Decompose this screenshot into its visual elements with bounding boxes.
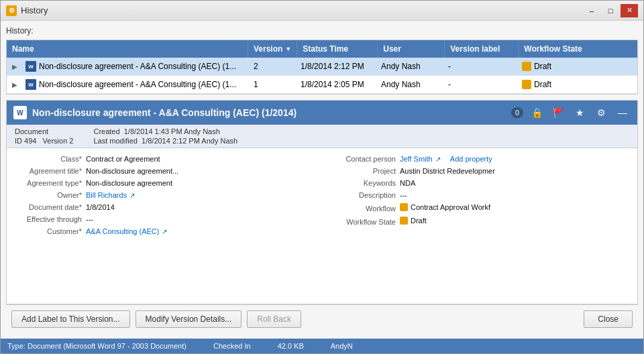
row1-user: Andy Nash (381, 62, 421, 71)
status-user: AndyN (331, 342, 353, 350)
owner-external-icon: ↗ (129, 192, 135, 199)
row1-name: Non-disclosure agreement - A&A Consultin… (39, 62, 236, 71)
field-agreement-type-value: Non-disclosure agreement (86, 179, 172, 187)
detail-title: Non-disclosure agreement - A&A Consultin… (32, 107, 506, 118)
field-keywords-value: NDA (400, 179, 415, 187)
col-header-name: Name (7, 40, 248, 58)
settings-icon[interactable]: ⚙ (593, 105, 609, 121)
row2-status-cell: 1/8/2014 2:05 PM (295, 76, 376, 93)
table-row[interactable]: ▶ W Non-disclosure agreement - A&A Consu… (7, 76, 637, 94)
collapse-icon[interactable]: — (614, 105, 631, 121)
col-header-version[interactable]: Version ▼ (248, 40, 297, 58)
table-row[interactable]: ▶ W Non-disclosure agreement - A&A Consu… (7, 58, 637, 76)
field-doc-date-value: 1/8/2014 (86, 203, 115, 211)
field-effective-through-label: Effective through (15, 215, 82, 223)
row1-label-cell: - (443, 58, 517, 74)
detail-fields: Class* Contract or Agreement Agreement t… (7, 148, 637, 304)
field-contact-person: Contact person Jeff Smith ↗ Add property (329, 155, 629, 163)
app-icon: ⚙ (6, 5, 17, 16)
row2-user-cell: Andy Nash (376, 76, 443, 93)
meta-left: Document ID 494 Version 2 (15, 127, 73, 145)
footer-buttons: Add Label to This Version... Modify Vers… (6, 304, 638, 333)
row2-name: Non-disclosure agreement - A&A Consultin… (39, 80, 236, 89)
field-project-label: Project (329, 167, 396, 175)
row2-user: Andy Nash (381, 80, 421, 89)
col-header-version-label: Version label (445, 40, 519, 58)
row2-version-cell: 1 (248, 76, 295, 93)
toggle-button[interactable]: 0 (511, 107, 523, 118)
row1-label: - (448, 62, 451, 71)
field-contact-person-label: Contact person (329, 155, 396, 163)
rollback-button[interactable]: Roll Back (247, 310, 301, 328)
modify-version-button[interactable]: Modify Version Details... (136, 310, 242, 328)
maximize-button[interactable]: □ (602, 4, 619, 17)
field-doc-date-label: Document date* (15, 203, 82, 211)
col-header-user: User (378, 40, 445, 58)
row2-label: - (448, 80, 451, 89)
field-description-label: Description (329, 191, 396, 199)
owner-link[interactable]: Bill Richards (86, 191, 127, 199)
field-workflow: Workflow Contract Approval Workf (329, 203, 629, 213)
field-project: Project Austin District Redevelopmer (329, 167, 629, 175)
fields-right-col: Contact person Jeff Smith ↗ Add property… (329, 155, 629, 297)
row2-workflow-state: Draft (534, 80, 551, 89)
history-table: Name Version ▼ Status Time User Version … (6, 40, 638, 95)
star-icon[interactable]: ★ (572, 105, 588, 121)
window-close-button[interactable]: ✕ (621, 4, 638, 17)
field-effective-through-value: --- (86, 215, 93, 223)
window-body: History: Name Version ▼ Status Time User (1, 21, 643, 339)
lock-icon[interactable]: 🔒 (529, 105, 545, 121)
customer-link[interactable]: A&A Consulting (AEC) (86, 227, 159, 235)
row2-version: 1 (254, 80, 258, 89)
contact-person-link[interactable]: Jeff Smith (400, 155, 433, 163)
status-checked-in: Checked In (213, 342, 251, 350)
detail-header-actions: 0 🔒 🚩 ★ ⚙ — (511, 105, 631, 121)
add-label-button[interactable]: Add Label to This Version... (11, 310, 130, 328)
row1-version: 2 (254, 62, 258, 71)
col-header-workflow-state: Workflow State (519, 40, 637, 58)
field-agreement-type-label: Agreement type* (15, 179, 82, 187)
detail-header: W Non-disclosure agreement - A&A Consult… (7, 101, 637, 125)
col-header-status-time: Status Time (297, 40, 378, 58)
row1-user-cell: Andy Nash (376, 58, 443, 74)
add-property-link[interactable]: Add property (450, 155, 492, 163)
minimize-button[interactable]: – (583, 4, 600, 17)
field-description: Description --- (329, 191, 629, 199)
meta-modified: Last modified 1/8/2014 2:12 PM Andy Nash (93, 137, 237, 145)
flag-icon[interactable]: 🚩 (550, 105, 566, 121)
workflow-state-badge-icon (400, 217, 408, 225)
detail-doc-icon: W (13, 106, 27, 119)
toggle-value: 0 (515, 109, 519, 117)
contact-external-icon: ↗ (435, 156, 441, 163)
field-agreement-title-value: Non-disclosure agreement... (86, 167, 178, 175)
field-agreement-title: Agreement title* Non-disclosure agreemen… (15, 167, 315, 175)
row1-workflow-badge-icon (522, 62, 531, 71)
row2-status-time: 1/8/2014 2:05 PM (301, 80, 364, 89)
sort-arrow-icon: ▼ (285, 46, 291, 52)
history-label: History: (6, 26, 638, 36)
field-effective-through: Effective through --- (15, 215, 315, 223)
doc-meta-label: Document (15, 127, 73, 135)
detail-meta: Document ID 494 Version 2 Created 1/8/20… (7, 125, 637, 148)
meta-created: Created 1/8/2014 1:43 PM Andy Nash (93, 127, 237, 135)
row2-expand-icon[interactable]: ▶ (12, 81, 23, 88)
field-doc-date: Document date* 1/8/2014 (15, 203, 315, 211)
field-agreement-title-label: Agreement title* (15, 167, 82, 175)
row2-name-cell: ▶ W Non-disclosure agreement - A&A Consu… (7, 76, 248, 93)
title-bar-controls: – □ ✕ (583, 4, 638, 17)
close-button[interactable]: Close (584, 310, 633, 328)
field-agreement-type: Agreement type* Non-disclosure agreement (15, 179, 315, 187)
row1-expand-icon[interactable]: ▶ (12, 63, 23, 70)
field-workflow-state: Workflow State Draft (329, 217, 629, 226)
row2-workflow-cell: Draft (517, 76, 637, 93)
row1-version-cell: 2 (248, 58, 295, 74)
row2-workflow-badge-icon (522, 80, 531, 89)
title-bar: ⚙ History – □ ✕ (1, 1, 643, 21)
doc-meta-id: ID 494 Version 2 (15, 137, 73, 145)
field-keywords: Keywords NDA (329, 179, 629, 187)
field-class: Class* Contract or Agreement (15, 155, 315, 163)
field-workflow-label: Workflow (329, 204, 396, 213)
workflow-field-badge-icon (400, 203, 408, 211)
row1-workflow-state: Draft (534, 62, 551, 71)
field-workflow-state-label: Workflow State (329, 218, 396, 226)
